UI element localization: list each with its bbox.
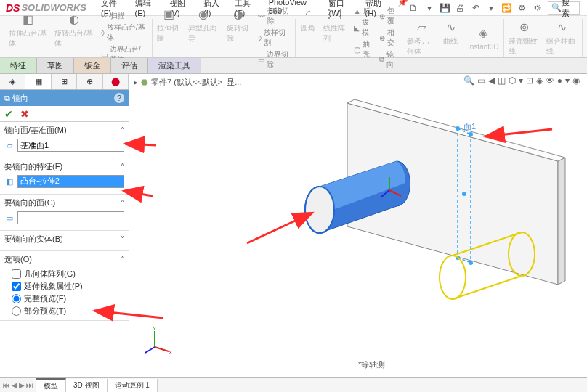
- mirror-button[interactable]: ⧉ 镜向: [379, 49, 397, 70]
- plane-label: 面1: [463, 122, 476, 131]
- intersect-button[interactable]: ⊗ 相交: [379, 28, 397, 48]
- expand-icon[interactable]: ˅: [121, 235, 124, 243]
- boundary-cut-button[interactable]: ▭ 边界切除: [258, 49, 291, 70]
- draft-button[interactable]: ◣ 拔模: [354, 17, 373, 38]
- search-box[interactable]: 🔍 搜索: [548, 1, 580, 15]
- propagate-check[interactable]: 延伸视象属性(P): [4, 280, 124, 293]
- revolve-boss-button[interactable]: ◐旋转凸台/基体: [54, 11, 93, 65]
- loft-cut-button[interactable]: ◊ 放样切割: [258, 28, 291, 48]
- feature-icon: ◧: [4, 176, 15, 187]
- tab-last-icon[interactable]: ⏭: [26, 381, 33, 389]
- instant3d-button[interactable]: ◈Instant3D: [468, 25, 499, 51]
- mirror-features-input[interactable]: 凸台-拉伸2: [17, 175, 124, 188]
- tab-feature[interactable]: 特征: [0, 58, 37, 73]
- collapse-icon[interactable]: ˄: [121, 126, 124, 134]
- mirror-features-label: 要镜向的特征(F): [4, 161, 62, 172]
- pm-title-bar: ⧉ 镜向 ?: [0, 90, 129, 106]
- collapse-icon[interactable]: ˄: [121, 163, 124, 171]
- ref-geom-button[interactable]: ▱参考几何体: [407, 19, 435, 57]
- collapse-icon[interactable]: ˄: [121, 256, 124, 264]
- svg-text:X: X: [169, 349, 173, 354]
- pattern-button[interactable]: ⋮⋮线性阵列: [323, 6, 347, 70]
- undo-icon[interactable]: ↶: [470, 2, 481, 14]
- options-icon[interactable]: ⚙: [517, 2, 527, 14]
- composite-button[interactable]: ∿组合柱曲线: [546, 19, 578, 57]
- cancel-button[interactable]: ✖: [20, 108, 29, 120]
- fm-tab-pm[interactable]: ▦: [25, 74, 51, 89]
- revolve-cut-button[interactable]: ◑旋转切除: [227, 6, 251, 70]
- tab-evaluate[interactable]: 评估: [111, 58, 148, 73]
- open-icon[interactable]: ▾: [424, 2, 434, 14]
- mirror-face-label: 镜向面/基准面(M): [4, 125, 67, 136]
- loft-button[interactable]: ◊ 放样凸台/基体: [101, 23, 147, 43]
- tab-next-icon[interactable]: ▶: [19, 381, 25, 389]
- viewport[interactable]: ▸ ⬣ 零件7 (默认<<默认>_显... 🔍 ▭ ◀ ◫ ⬡ ▾ ⊡ ◈ 👁 …: [129, 74, 587, 377]
- mirror-icon: ⧉: [4, 94, 12, 102]
- btab-3dview[interactable]: 3D 视图: [66, 379, 108, 392]
- geom-pattern-check[interactable]: 几何体阵列(G): [4, 268, 124, 280]
- face-sel-icon: ▭: [4, 213, 15, 223]
- save-icon[interactable]: 💾: [439, 2, 450, 14]
- curves-button[interactable]: ∿曲线: [442, 19, 458, 57]
- bottom-tabs: ⏮◀▶⏭ 模型 3D 视图 运动算例 1: [0, 377, 587, 392]
- redo-icon[interactable]: ▾: [485, 2, 496, 14]
- svg-point-9: [305, 187, 334, 233]
- scene-3d: 面1: [129, 74, 587, 377]
- tab-render[interactable]: 渲染工具: [148, 58, 201, 73]
- help-icon[interactable]: ?: [114, 93, 124, 103]
- tab-sheetmetal[interactable]: 钣金: [74, 58, 111, 73]
- sweep-cut-button[interactable]: 〰 扫描切除: [258, 6, 291, 26]
- svg-line-19: [155, 347, 169, 351]
- fillet-button[interactable]: ◜圆角: [300, 6, 316, 70]
- fm-tab-config[interactable]: ⊞: [52, 74, 77, 89]
- svg-point-6: [469, 261, 473, 265]
- search-label: 搜索: [562, 0, 576, 19]
- tab-first-icon[interactable]: ⏮: [3, 381, 10, 389]
- svg-text:Z: Z: [144, 349, 147, 354]
- svg-point-13: [440, 256, 466, 299]
- svg-point-7: [462, 192, 466, 196]
- options-label: 选项(O): [4, 254, 32, 265]
- fm-tab-appear[interactable]: ⬤: [103, 74, 129, 89]
- mirror-face-input[interactable]: [17, 139, 124, 152]
- extrude-boss-button[interactable]: ◧拉伸凸台/基体: [9, 11, 47, 65]
- thread-button[interactable]: ⊚装饰螺纹线: [509, 19, 540, 57]
- new-icon[interactable]: 🗋: [408, 2, 419, 14]
- btab-model[interactable]: 模型: [36, 378, 66, 393]
- print-icon[interactable]: 🖨: [455, 2, 466, 14]
- rib-button[interactable]: ▲ 筋: [354, 6, 373, 16]
- search-icon: 🔍: [551, 3, 562, 12]
- svg-marker-1: [558, 158, 565, 285]
- svg-text:Y: Y: [153, 325, 157, 332]
- ribbon: ◧拉伸凸台/基体 ◐旋转凸台/基体 〰 扫描 ◊ 放样凸台/基体 ▭ 边界凸台/…: [0, 16, 587, 58]
- view-triad: Y X Z: [144, 325, 173, 356]
- svg-point-4: [469, 132, 473, 136]
- shell-button[interactable]: ▢ 抽壳: [354, 39, 373, 60]
- full-preview-radio[interactable]: 完整预览(F): [4, 293, 124, 305]
- ok-button[interactable]: ✔: [4, 108, 13, 120]
- sweep-button[interactable]: 〰 扫描: [101, 11, 147, 21]
- wrap-button[interactable]: ⊛ 包覆: [379, 6, 397, 26]
- pin-icon[interactable]: 📌: [397, 0, 408, 8]
- svg-line-15: [453, 276, 522, 299]
- property-manager: ◈ ▦ ⊞ ⊕ ⬤ ⧉ 镜向 ? ✔ ✖ 镜向面/基准面(M)˄ ▱ 要镜向的特…: [0, 74, 129, 377]
- face-icon: ▱: [4, 140, 15, 150]
- mirror-faces-label: 要镜向的面(C): [4, 197, 55, 208]
- pm-title: 镜向: [12, 94, 28, 102]
- fm-tab-tree[interactable]: ◈: [0, 74, 25, 89]
- rebuild-icon[interactable]: 🔁: [501, 2, 512, 14]
- btab-motion[interactable]: 运动算例 1: [108, 379, 158, 392]
- tab-prev-icon[interactable]: ◀: [12, 381, 17, 389]
- tab-sketch[interactable]: 草图: [37, 58, 74, 73]
- partial-preview-radio[interactable]: 部分预览(T): [4, 305, 124, 317]
- mirror-faces-input[interactable]: [17, 211, 124, 224]
- orientation-label: *等轴测: [358, 359, 385, 370]
- fm-tab-dim[interactable]: ⊕: [77, 74, 102, 89]
- svg-point-3: [456, 126, 460, 131]
- feature-tabs: 特征 草图 钣金 评估 渲染工具: [0, 58, 587, 74]
- settings-icon[interactable]: ⛭: [532, 2, 543, 14]
- collapse-icon[interactable]: ˄: [121, 199, 124, 207]
- mirror-bodies-label: 要镜向的实体(B): [4, 234, 63, 245]
